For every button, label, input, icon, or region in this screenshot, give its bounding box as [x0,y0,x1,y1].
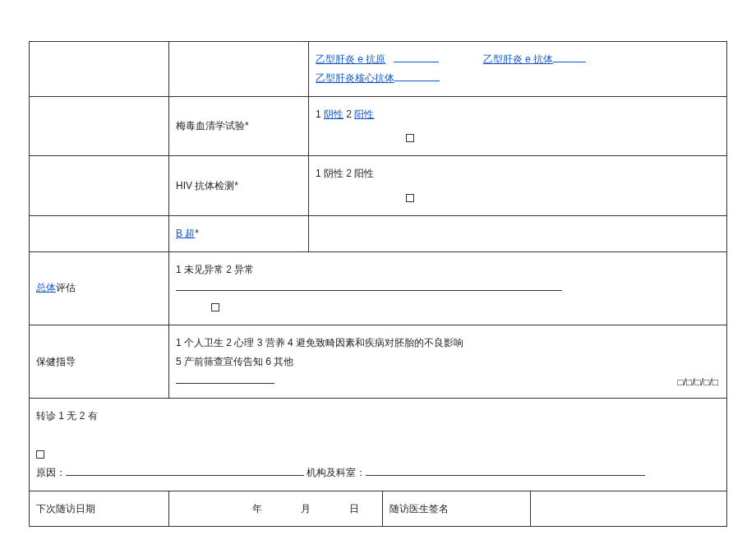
hepatitis-cell: 乙型肝炎 e 抗原 乙型肝炎 e 抗体 乙型肝炎核心抗体 [309,42,727,97]
hbe-antibody-link[interactable]: 乙型肝炎 e 抗体 [483,53,553,65]
health-guidance-label: 保健指导 [30,325,169,398]
next-visit-date: 年 月 日 [169,491,383,527]
syphilis-options: 1 阴性 2 阳性 [309,96,727,156]
checkbox-icon[interactable] [36,450,44,459]
referral-cell: 转诊 1 无 2 有 原因： 机构及科室： [30,399,727,491]
negative-link[interactable]: 阴性 [324,108,343,120]
hbc-antibody-link[interactable]: 乙型肝炎核心抗体 [316,72,394,84]
overall-eval-options: 1 未见异常 2 异常 [169,251,727,325]
reason-label: 原因： [36,467,66,478]
followup-table: 下次随访日期 年 月 日 随访医生签名 [29,491,727,528]
hiv-label: HIV 抗体检测* [169,156,309,216]
hbe-antigen-link[interactable]: 乙型肝炎 e 抗原 [316,53,385,65]
checkbox-group: □/□/□/□/□ [677,373,718,392]
hiv-options: 1 阴性 2 阳性 [309,156,727,216]
table-row: 下次随访日期 年 月 日 随访医生签名 [30,491,727,527]
doctor-sign-label: 随访医生签名 [383,491,531,527]
b-ultrasound-link[interactable]: B 超 [176,228,195,239]
table-row: 转诊 1 无 2 有 原因： 机构及科室： [30,399,727,491]
table-row: 乙型肝炎 e 抗原 乙型肝炎 e 抗体 乙型肝炎核心抗体 [30,42,727,97]
table-row: B 超* [30,215,727,251]
doctor-sign-field[interactable] [531,491,727,527]
next-visit-label: 下次随访日期 [30,491,169,527]
table-row: 保健指导 1 个人卫生 2 心理 3 营养 4 避免致畸因素和疾病对胚胎的不良影… [30,325,727,398]
checkbox-icon[interactable] [211,303,219,311]
checkbox-icon[interactable] [406,194,414,202]
bscan-label: B 超* [169,215,309,251]
health-guidance-options: 1 个人卫生 2 心理 3 营养 4 避免致畸因素和疾病对胚胎的不良影响 5 产… [169,325,727,398]
table-row: 总体评估 1 未见异常 2 异常 [30,251,727,325]
institution-label: 机构及科室： [307,467,366,478]
table-row: HIV 抗体检测* 1 阴性 2 阳性 [30,156,727,216]
checkbox-icon[interactable] [406,134,414,142]
syphilis-label: 梅毒血清学试验* [169,96,309,156]
medical-form-table: 乙型肝炎 e 抗原 乙型肝炎 e 抗体 乙型肝炎核心抗体 梅毒血清学试验* 1 … [29,41,727,491]
table-row: 梅毒血清学试验* 1 阴性 2 阳性 [30,96,727,156]
positive-link[interactable]: 阳性 [354,108,374,120]
overall-eval-label: 总体评估 [30,251,169,325]
overall-link[interactable]: 总体 [36,282,56,293]
